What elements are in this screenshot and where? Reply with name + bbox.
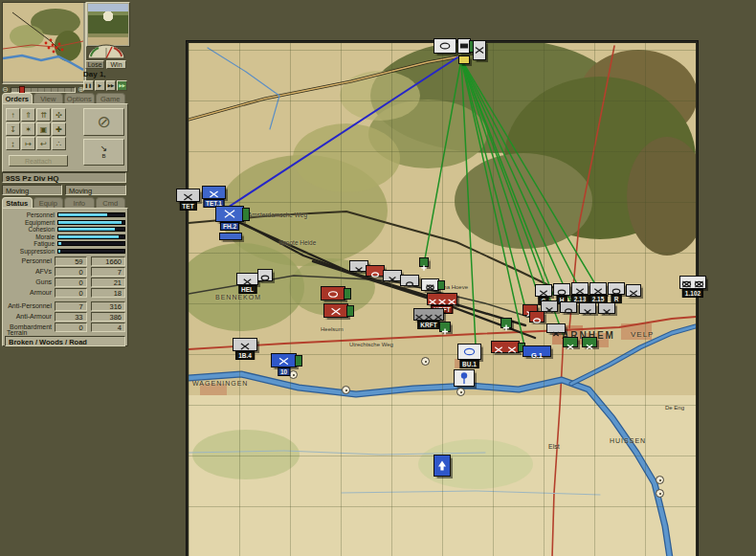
unit-tab-info[interactable]: Info xyxy=(64,197,95,208)
unit-tab-status[interactable]: Status xyxy=(2,197,33,208)
boxed-dot-icon[interactable]: ▣ xyxy=(36,122,51,136)
unit-counter[interactable] xyxy=(434,455,451,477)
unit-counter[interactable] xyxy=(579,302,596,314)
unit-counter[interactable] xyxy=(257,269,273,281)
unit-counter[interactable] xyxy=(219,233,242,240)
unit-counter[interactable]: 2.13 xyxy=(571,282,589,295)
map-viewport[interactable]: Amsterdamsche WegDroote HeideJohanna Hoe… xyxy=(187,41,698,556)
map-label: WAGENINGEN xyxy=(192,380,248,387)
tab-orders[interactable]: Orders xyxy=(2,93,33,103)
unit-counter[interactable] xyxy=(323,303,348,318)
unit-counter[interactable] xyxy=(421,278,439,291)
cross-move-icon[interactable]: ✣ xyxy=(52,108,66,122)
stat-bar-morale: Morale xyxy=(5,234,125,241)
stat-bar-fill xyxy=(58,228,115,231)
pointer-mode-button[interactable]: ↘ B xyxy=(83,139,124,166)
unit-counter[interactable] xyxy=(321,286,345,300)
unit-counter[interactable] xyxy=(491,341,520,353)
unit-counter-label: FH.2 xyxy=(220,222,239,231)
unit-counter[interactable] xyxy=(582,337,597,347)
unit-counter[interactable] xyxy=(434,38,456,54)
unit-counter[interactable] xyxy=(560,301,577,313)
main-tab-bar: OrdersViewOptionsGame xyxy=(2,93,126,103)
attachment-status-box xyxy=(242,208,250,221)
tab-view[interactable]: View xyxy=(33,93,64,103)
unit-counter[interactable]: HEL xyxy=(236,273,258,285)
unit-counter[interactable]: KRFT xyxy=(427,293,457,305)
unit-counter[interactable] xyxy=(473,40,486,60)
table-row-label: Personnel xyxy=(5,256,55,266)
unit-counter[interactable]: TET.1 xyxy=(202,186,226,199)
unit-counter[interactable]: G.1 xyxy=(523,345,551,357)
unit-counter-label: 1.102 xyxy=(682,289,703,298)
star-icon[interactable]: ✶ xyxy=(21,122,35,136)
table-current-value: 33 xyxy=(55,312,87,322)
table-max-value: 7 xyxy=(91,267,125,277)
unit-counter[interactable]: FH.2 xyxy=(215,206,244,222)
unit-counter[interactable]: 2.15 xyxy=(589,282,607,295)
unit-counter[interactable] xyxy=(457,38,471,54)
unit-counter[interactable]: R xyxy=(608,282,625,295)
reattach-button[interactable]: Reattach xyxy=(9,155,68,167)
map-label: BENNEKOM xyxy=(215,294,261,300)
stat-bar-cohesion: Cohesion xyxy=(5,226,125,234)
tab-game[interactable]: Game xyxy=(96,93,126,103)
lose-button[interactable]: Lose xyxy=(85,60,104,69)
stat-bar-suppression: Suppression xyxy=(5,248,125,256)
win-button[interactable]: Win xyxy=(106,60,126,69)
terrain-label: Terrain xyxy=(7,329,27,336)
unit-counter[interactable] xyxy=(439,322,451,332)
unit-counter[interactable]: H xyxy=(553,283,570,296)
cancel-order-button[interactable]: ⊘ xyxy=(83,108,124,136)
unit-counter[interactable]: 10 xyxy=(271,353,297,367)
unit-counter[interactable] xyxy=(500,318,512,328)
map-label: VELP xyxy=(631,330,654,339)
plus-cross-icon[interactable]: ✚ xyxy=(52,122,66,136)
scatter-dots-icon[interactable]: ∴ xyxy=(52,137,66,150)
unit-counter[interactable] xyxy=(529,311,545,322)
minimap[interactable] xyxy=(2,2,86,84)
arrow-updown-icon[interactable]: ↨ xyxy=(6,137,20,150)
stat-bar-track xyxy=(57,212,125,217)
day-time-display: Day 1, 20:10 xyxy=(83,70,127,79)
unit-counter[interactable] xyxy=(458,56,470,64)
arrow-right-bar-icon[interactable]: ↦ xyxy=(21,137,35,150)
unit-counter[interactable] xyxy=(366,265,385,277)
unit-counter-label: KRFT xyxy=(417,321,439,329)
unit-counter[interactable]: 1.102 xyxy=(679,276,706,289)
unit-counter[interactable] xyxy=(454,369,475,387)
map-units-layer: Amsterdamsche WegDroote HeideJohanna Hoe… xyxy=(189,43,696,556)
unit-counter[interactable]: G xyxy=(535,284,552,297)
unit-counter[interactable]: KRFT xyxy=(413,308,444,321)
road-marker xyxy=(342,386,350,394)
arrow-return-icon[interactable]: ↩ xyxy=(36,137,51,150)
table-current-value: 59 xyxy=(55,256,87,266)
turbo-button[interactable]: ▶▶ xyxy=(117,80,127,91)
pause-button[interactable]: ❚❚ xyxy=(83,80,94,91)
map-label: Droote Heide xyxy=(279,239,316,246)
double-arrow-up-icon[interactable]: ⇈ xyxy=(36,108,51,122)
table-row: Personnel591660 xyxy=(5,256,125,266)
unit-counter[interactable]: 1B.4 xyxy=(233,338,257,351)
unit-counter[interactable] xyxy=(383,270,402,281)
unit-tab-equip[interactable]: Equip xyxy=(33,197,64,208)
unit-counter[interactable] xyxy=(419,257,429,267)
play-button[interactable]: ▶ xyxy=(95,80,105,91)
order-button-grid: ↑⇑⇈✣↧✶▣✚↨↦↩∴ xyxy=(6,108,69,152)
unit-counter[interactable] xyxy=(563,337,578,347)
unit-counter[interactable] xyxy=(546,323,566,333)
unit-counter[interactable] xyxy=(626,284,641,297)
arrow-up-icon[interactable]: ↑ xyxy=(6,108,20,122)
arrow-down-bar-icon[interactable]: ↧ xyxy=(6,122,20,136)
unit-counter[interactable] xyxy=(598,302,615,314)
unit-tab-cmd[interactable]: Cmd xyxy=(96,197,126,208)
arrow-up-open-icon[interactable]: ⇑ xyxy=(21,108,35,122)
fast-forward-button[interactable]: ▶▶ xyxy=(106,80,117,91)
stat-bar-fill xyxy=(58,250,60,253)
unit-counter[interactable] xyxy=(400,275,419,286)
slider-track[interactable] xyxy=(11,87,77,93)
table-row-label: Armour xyxy=(5,288,55,298)
unit-counter[interactable]: TET xyxy=(176,189,200,202)
tab-options[interactable]: Options xyxy=(64,93,95,103)
unit-counter[interactable]: BU.1 xyxy=(457,344,481,360)
